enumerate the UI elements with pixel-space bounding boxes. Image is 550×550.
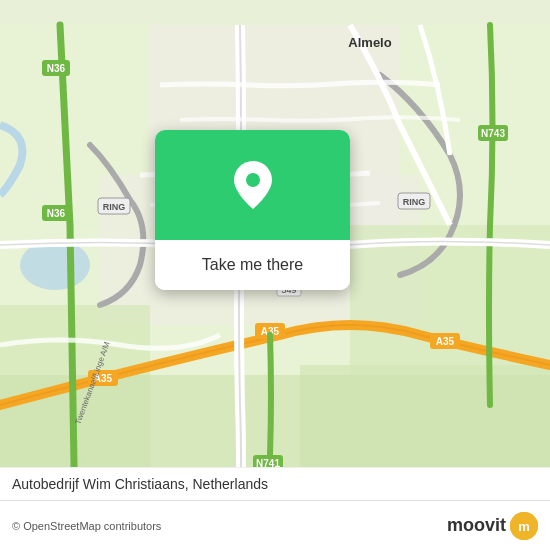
svg-text:N743: N743 [481, 128, 505, 139]
card-action-area: Take me there [155, 240, 350, 290]
svg-text:RING: RING [103, 202, 126, 212]
location-card: Take me there [155, 130, 350, 290]
moovit-logo: moovit m [447, 512, 538, 540]
take-me-there-button[interactable]: Take me there [194, 252, 311, 278]
svg-point-30 [246, 173, 260, 187]
svg-text:N36: N36 [47, 63, 66, 74]
place-name-bar: Autobedrijf Wim Christiaans, Netherlands [0, 467, 550, 500]
svg-rect-4 [350, 225, 550, 375]
svg-text:Almelo: Almelo [348, 35, 391, 50]
moovit-brand-icon: m [510, 512, 538, 540]
svg-text:RING: RING [403, 197, 426, 207]
osm-attribution: © OpenStreetMap contributors [12, 520, 161, 532]
bottom-bar: © OpenStreetMap contributors moovit m [0, 500, 550, 550]
map-container: A35 A35 A35 N36 N36 RING RING N743 N741 [0, 0, 550, 550]
svg-text:m: m [518, 519, 530, 534]
moovit-brand-text: moovit [447, 515, 506, 536]
svg-text:A35: A35 [436, 336, 455, 347]
card-map-area [155, 130, 350, 240]
place-name-text: Autobedrijf Wim Christiaans, Netherlands [12, 476, 268, 492]
location-pin-icon [231, 159, 275, 211]
svg-text:N36: N36 [47, 208, 66, 219]
